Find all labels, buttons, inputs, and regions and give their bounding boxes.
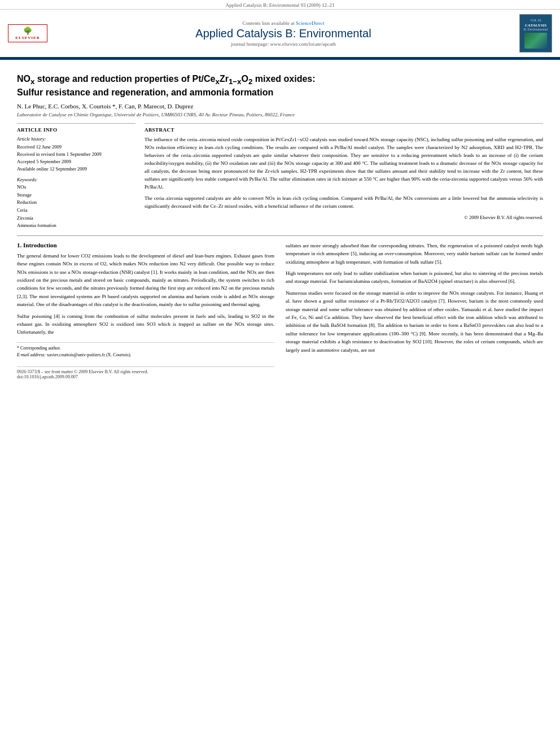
online: Available online 12 September 2009 bbox=[17, 165, 135, 173]
right-para1: sulfates are more strongly adsorbed than… bbox=[286, 242, 543, 266]
kw3: Reduction bbox=[17, 199, 135, 207]
corresponding-note: * Corresponding author. bbox=[17, 345, 274, 352]
journal-cover: VOL 93 CATALYSIS B: Environmental bbox=[519, 14, 552, 53]
keywords-label: Keywords: bbox=[17, 177, 135, 182]
email-note: E-mail address: xavier.courtois@univ-poi… bbox=[17, 352, 274, 359]
article-title: NOx storage and reduction properties of … bbox=[17, 73, 543, 98]
abstract-col: ABSTRACT The influence of the ceria–zirc… bbox=[145, 123, 543, 230]
kw2: Storage bbox=[17, 191, 135, 199]
sciencedirect-link: Contents lists available at ScienceDirec… bbox=[54, 20, 513, 26]
kw1: NOx bbox=[17, 184, 135, 191]
abstract-heading: ABSTRACT bbox=[145, 127, 543, 133]
keywords-group: Keywords: NOx Storage Reduction Ceria Zi… bbox=[17, 177, 135, 230]
footnote-area: * Corresponding author. E-mail address: … bbox=[17, 342, 274, 359]
journal-title-block: Contents lists available at ScienceDirec… bbox=[54, 20, 513, 47]
body-text-area: 1. Introduction The general demand for l… bbox=[17, 242, 543, 379]
doi-text: doi:10.1016/j.apcatb.2009.09.007 bbox=[17, 374, 274, 379]
intro-para2: Sulfur poisoning [4] is coming from the … bbox=[17, 312, 274, 337]
history-label: Article history: bbox=[17, 136, 135, 142]
article-history: Article history: Received 12 June 2009 R… bbox=[17, 136, 135, 172]
abstract-para1: The influence of the ceria–zirconia mixe… bbox=[145, 136, 543, 191]
journal-main-title: Applied Catalysis B: Environmental bbox=[54, 27, 513, 40]
kw5: Zirconia bbox=[17, 215, 135, 222]
article-footer: 0926-3373/$ – see front matter © 2009 El… bbox=[17, 366, 274, 374]
right-para2: High temperatures not only lead to sulfa… bbox=[286, 269, 543, 286]
intro-para1: The general demand for lower CO2 emissio… bbox=[17, 252, 274, 309]
citation-bar: Applied Catalysis B: Environmental 93 (2… bbox=[0, 0, 560, 10]
body-right-col: sulfates are more strongly adsorbed than… bbox=[286, 242, 543, 379]
cover-graphic bbox=[524, 33, 547, 49]
article-title-line2: Sulfur resistance and regeneration, and … bbox=[17, 88, 273, 97]
elsevier-label: ELSEVIER bbox=[11, 36, 45, 40]
journal-homepage: journal homepage: www.elsevier.com/locat… bbox=[54, 41, 513, 47]
keywords-list: NOx Storage Reduction Ceria Zirconia Amm… bbox=[17, 184, 135, 230]
body-left-col: 1. Introduction The general demand for l… bbox=[17, 242, 274, 379]
elsevier-logo: 🌳 ELSEVIER bbox=[8, 24, 47, 42]
article-container: NOx storage and reduction properties of … bbox=[0, 60, 560, 391]
email-label: E-mail address: bbox=[17, 352, 46, 357]
section-divider bbox=[17, 235, 543, 236]
sciencedirect-text: ScienceDirect bbox=[296, 20, 324, 26]
journal-header: 🌳 ELSEVIER Contents lists available at S… bbox=[0, 10, 560, 58]
authors: N. Le Phuc, E.C. Corbos, X. Courtois *, … bbox=[17, 103, 543, 110]
elsevier-logo-box: 🌳 ELSEVIER bbox=[8, 24, 47, 42]
copyright: © 2009 Elsevier B.V. All rights reserved… bbox=[145, 214, 543, 221]
kw6: Ammonia formation bbox=[17, 222, 135, 230]
intro-heading: 1. Introduction bbox=[17, 242, 274, 248]
article-info-abstract: ARTICLE INFO Article history: Received 1… bbox=[17, 123, 543, 230]
citation-text: Applied Catalysis B: Environmental 93 (2… bbox=[226, 2, 335, 8]
abstract-text: The influence of the ceria–zirconia mixe… bbox=[145, 136, 543, 221]
affiliation: Laboratoire de Catalyse en Chimie Organi… bbox=[17, 112, 543, 117]
accepted: Accepted 5 September 2009 bbox=[17, 158, 135, 165]
article-info-heading: ARTICLE INFO bbox=[17, 127, 135, 133]
email-value: xavier.courtois@univ-poitiers.fr (X. Cou… bbox=[47, 352, 132, 357]
right-para3: Numerous studies were focused on the sto… bbox=[286, 289, 543, 354]
cover-sub: B: Environmental bbox=[524, 28, 548, 31]
journal-cover-image: VOL 93 CATALYSIS B: Environmental bbox=[519, 14, 552, 53]
received1: Received 12 June 2009 bbox=[17, 143, 135, 151]
article-info-col: ARTICLE INFO Article history: Received 1… bbox=[17, 123, 135, 230]
kw4: Ceria bbox=[17, 207, 135, 215]
revised: Received in revised form 1 September 200… bbox=[17, 151, 135, 158]
elsevier-tree-icon: 🌳 bbox=[11, 27, 45, 36]
issn-text: 0926-3373/$ – see front matter © 2009 El… bbox=[17, 369, 148, 374]
cover-title: CATALYSIS bbox=[525, 23, 546, 28]
abstract-para2: The ceria–zirconia supported catalysts a… bbox=[145, 195, 543, 211]
